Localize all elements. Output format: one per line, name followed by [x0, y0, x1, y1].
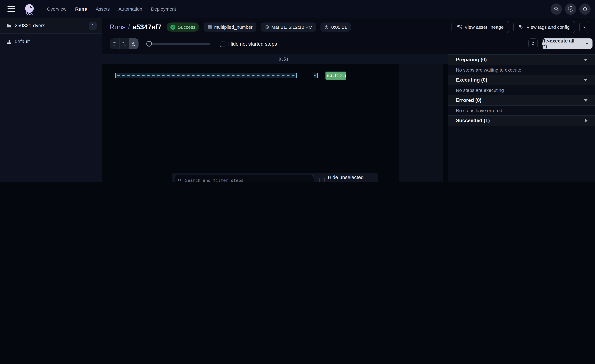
step-waiting-bar[interactable]: [115, 73, 297, 78]
view-asset-lineage-button[interactable]: View asset lineage: [452, 21, 509, 33]
start-time-tag: Mar 21, 5:12:10 PM: [261, 22, 316, 32]
run-header: Runs / a5347ef7 Success: [102, 18, 595, 36]
step-section-header[interactable]: Errored (0): [448, 95, 595, 106]
search-icon: [177, 178, 182, 182]
section-title: Preparing (0): [456, 57, 487, 63]
status-badge: Success: [167, 22, 199, 32]
view-tags-config-button[interactable]: View tags and config: [513, 21, 575, 33]
sidebar-item-project[interactable]: 250321-dvers 1: [0, 18, 102, 34]
reexecute-all-button[interactable]: Re-execute all (*): [542, 38, 581, 49]
step-waiting-bar-short[interactable]: [314, 73, 318, 78]
hide-unselected-checkbox-row[interactable]: Hide unselected steps: [320, 175, 375, 182]
nav-item-assets[interactable]: Assets: [96, 6, 110, 12]
start-time-label: Mar 21, 5:12:10 PM: [271, 24, 312, 30]
zoom-slider-handle[interactable]: [146, 41, 152, 47]
caret-down-icon: [584, 99, 588, 101]
top-nav: Overview Runs Assets Automation Deployme…: [0, 0, 595, 18]
hide-unselected-label: Hide unselected steps: [328, 175, 375, 182]
gear-icon: ⚙: [582, 6, 588, 12]
section-empty-message: No steps have errored: [448, 106, 595, 116]
sidebar-item-default-group[interactable]: default: [0, 36, 102, 48]
view-tags-config-label: View tags and config: [526, 24, 570, 30]
tag-icon: [519, 25, 524, 29]
gantt-toolbar: Hide not started steps Re-execute all (*…: [102, 36, 595, 54]
zoom-slider-track[interactable]: [149, 43, 210, 45]
asset-grid-icon: [207, 25, 212, 29]
run-id: a5347ef7: [132, 23, 162, 31]
run-header-actions: View asset lineage View tags and config: [452, 21, 589, 33]
help-icon: ?: [568, 6, 573, 12]
step-status-panel: Preparing (0)No steps are waiting to exe…: [448, 54, 595, 182]
nav-right-actions: ? ⚙: [551, 3, 591, 14]
section-title: Errored (0): [456, 98, 482, 103]
chevron-down-icon: [582, 25, 587, 29]
duration-label: 0:00:01: [331, 24, 347, 30]
gantt-search-panel: Hide unselected steps: [172, 173, 378, 182]
dagster-logo[interactable]: [23, 3, 36, 15]
gantt-highlight-band: [399, 64, 443, 182]
flat-list-icon: [112, 42, 117, 46]
check-circle-icon: [170, 25, 176, 29]
step-section-header[interactable]: Preparing (0): [448, 55, 595, 65]
project-label: 250321-dvers: [15, 23, 45, 28]
breadcrumb: Runs / a5347ef7: [109, 23, 162, 31]
clock-icon: [264, 25, 269, 29]
reexecute-split-button: Re-execute all (*): [542, 38, 593, 49]
waterfall-icon: [122, 42, 127, 46]
hide-unselected-checkbox[interactable]: [320, 178, 325, 182]
stopwatch-icon: [131, 42, 136, 46]
nav-items: Overview Runs Assets Automation Deployme…: [47, 6, 176, 12]
gantt-view-mode-control: [110, 38, 139, 49]
dagster-run-page: Overview Runs Assets Automation Deployme…: [0, 0, 595, 182]
asset-tag-label: multiplied_number: [214, 24, 253, 30]
section-empty-message: No steps are waiting to execute: [448, 65, 595, 75]
stopwatch-icon: [324, 25, 329, 29]
section-title: Executing (0): [456, 77, 487, 83]
hide-not-started-checkbox[interactable]: [220, 42, 226, 47]
duration-tag: 0:00:01: [321, 22, 351, 32]
nav-item-runs[interactable]: Runs: [75, 6, 87, 12]
section-title: Succeeded (1): [456, 118, 490, 123]
step-section-header[interactable]: Executing (0): [448, 75, 595, 85]
group-label: default: [15, 39, 30, 44]
timeline-tick-label: 0.5s: [274, 57, 293, 62]
timed-view-button[interactable]: [129, 38, 139, 49]
nav-item-automation[interactable]: Automation: [119, 6, 142, 12]
nav-item-overview[interactable]: Overview: [47, 6, 66, 12]
gantt-timeline-header: 0.5s: [102, 54, 448, 64]
expand-vertical-icon: [531, 41, 535, 46]
reexecute-dropdown-button[interactable]: [581, 38, 593, 49]
caret-right-icon: [585, 119, 588, 122]
run-count-badge: 1: [89, 21, 97, 30]
search-icon: [553, 6, 559, 12]
hide-not-started-checkbox-row[interactable]: Hide not started steps: [220, 39, 277, 49]
breadcrumb-runs-link[interactable]: Runs: [109, 23, 126, 31]
flat-view-button[interactable]: [110, 38, 120, 49]
nav-item-deployment[interactable]: Deployment: [151, 6, 176, 12]
settings-button[interactable]: ⚙: [579, 3, 591, 14]
timeline-gridline: [283, 64, 284, 182]
caret-down-icon: [584, 59, 588, 61]
folder-icon: [6, 23, 12, 28]
step-section-header[interactable]: Succeeded (1): [448, 116, 595, 126]
search-button[interactable]: [551, 3, 562, 14]
waterfall-view-button[interactable]: [120, 38, 129, 49]
caret-down-icon: [584, 79, 588, 81]
step-search-box[interactable]: [174, 175, 314, 182]
main-content: Runs / a5347ef7 Success: [102, 18, 595, 182]
asset-tag[interactable]: multiplied_number: [204, 22, 256, 32]
status-label: Success: [178, 24, 195, 30]
hide-not-started-label: Hide not started steps: [228, 41, 277, 47]
run-actions-dropdown-button[interactable]: [579, 21, 589, 33]
help-button[interactable]: ?: [565, 3, 576, 14]
view-asset-lineage-label: View asset lineage: [465, 24, 504, 30]
sidebar: 250321-dvers 1 default 250321-dvers ⟳: [0, 18, 102, 182]
hamburger-menu-icon[interactable]: [7, 6, 15, 12]
asset-group-icon: [6, 39, 12, 44]
lineage-icon: [457, 25, 462, 29]
gantt-chart: 0.5s multipli… Hide unselected: [102, 54, 448, 182]
step-search-input[interactable]: [184, 177, 311, 182]
expand-gantt-button[interactable]: [528, 38, 538, 49]
breadcrumb-separator: /: [128, 23, 130, 31]
step-bar-multiplied-number[interactable]: multipli…: [326, 71, 346, 80]
